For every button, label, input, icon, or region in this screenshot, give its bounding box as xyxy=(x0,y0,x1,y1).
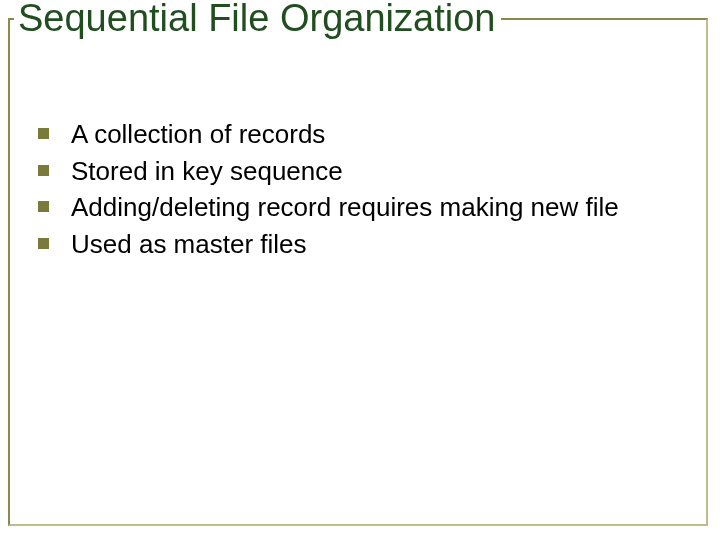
square-bullet-icon xyxy=(38,165,49,176)
bullet-text: A collection of records xyxy=(71,118,325,151)
list-item: Adding/deleting record requires making n… xyxy=(38,191,690,224)
bullet-list: A collection of records Stored in key se… xyxy=(38,118,690,264)
square-bullet-icon xyxy=(38,201,49,212)
list-item: Used as master files xyxy=(38,228,690,261)
square-bullet-icon xyxy=(38,238,49,249)
slide-frame xyxy=(8,18,708,526)
bullet-text: Adding/deleting record requires making n… xyxy=(71,191,619,224)
list-item: Stored in key sequence xyxy=(38,155,690,188)
square-bullet-icon xyxy=(38,128,49,139)
slide-title: Sequential File Organization xyxy=(14,0,501,40)
list-item: A collection of records xyxy=(38,118,690,151)
bullet-text: Used as master files xyxy=(71,228,307,261)
bullet-text: Stored in key sequence xyxy=(71,155,343,188)
